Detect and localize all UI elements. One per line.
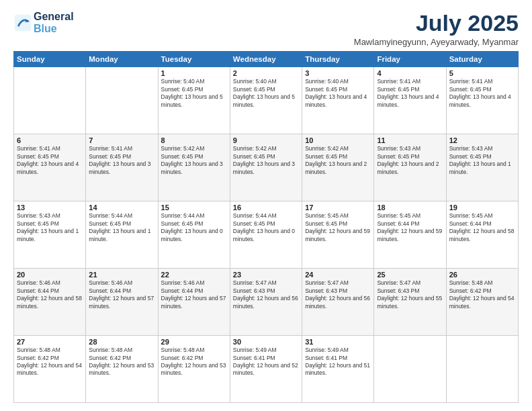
table-row (374, 336, 446, 403)
day-number: 29 (161, 338, 227, 346)
day-number: 7 (89, 136, 154, 144)
table-row: 1Sunrise: 5:40 AMSunset: 6:45 PMDaylight… (158, 67, 230, 134)
table-row: 5Sunrise: 5:41 AMSunset: 6:45 PMDaylight… (446, 67, 518, 134)
day-number: 3 (305, 69, 371, 77)
day-number: 18 (377, 203, 443, 212)
day-number: 28 (89, 338, 154, 346)
day-header-wednesday: Wednesday (230, 52, 302, 67)
day-header-friday: Friday (374, 52, 446, 67)
day-info: Sunrise: 5:48 AMSunset: 6:42 PMDaylight:… (89, 347, 154, 377)
day-number: 31 (305, 338, 371, 346)
day-info: Sunrise: 5:42 AMSunset: 6:45 PMDaylight:… (233, 145, 299, 176)
day-number: 26 (449, 271, 515, 279)
day-number: 19 (449, 203, 515, 212)
table-row: 21Sunrise: 5:46 AMSunset: 6:44 PMDayligh… (86, 269, 158, 336)
day-number: 11 (377, 136, 443, 144)
day-info: Sunrise: 5:41 AMSunset: 6:45 PMDaylight:… (377, 78, 443, 109)
table-row: 15Sunrise: 5:44 AMSunset: 6:45 PMDayligh… (158, 201, 230, 269)
table-row: 26Sunrise: 5:48 AMSunset: 6:42 PMDayligh… (446, 269, 518, 336)
day-info: Sunrise: 5:48 AMSunset: 6:42 PMDaylight:… (17, 347, 83, 377)
day-number: 23 (233, 271, 299, 279)
day-number: 14 (89, 203, 154, 212)
day-number: 15 (161, 203, 227, 212)
day-info: Sunrise: 5:47 AMSunset: 6:43 PMDaylight:… (305, 279, 371, 310)
day-info: Sunrise: 5:49 AMSunset: 6:41 PMDaylight:… (305, 347, 371, 377)
table-row: 16Sunrise: 5:44 AMSunset: 6:45 PMDayligh… (230, 201, 302, 269)
day-number: 6 (17, 136, 83, 144)
day-info: Sunrise: 5:48 AMSunset: 6:42 PMDaylight:… (161, 347, 227, 377)
table-row: 28Sunrise: 5:48 AMSunset: 6:42 PMDayligh… (86, 336, 158, 403)
day-number: 12 (449, 136, 515, 144)
day-header-monday: Monday (86, 52, 158, 67)
day-header-thursday: Thursday (302, 52, 374, 67)
day-number: 9 (233, 136, 299, 144)
day-number: 10 (305, 136, 371, 144)
table-row: 9Sunrise: 5:42 AMSunset: 6:45 PMDaylight… (230, 134, 302, 201)
day-number: 2 (233, 69, 299, 77)
table-row: 13Sunrise: 5:43 AMSunset: 6:45 PMDayligh… (14, 201, 86, 269)
table-row: 25Sunrise: 5:47 AMSunset: 6:43 PMDayligh… (374, 269, 446, 336)
calendar: SundayMondayTuesdayWednesdayThursdayFrid… (13, 51, 519, 403)
table-row: 17Sunrise: 5:45 AMSunset: 6:45 PMDayligh… (302, 201, 374, 269)
table-row (86, 67, 158, 134)
table-row: 14Sunrise: 5:44 AMSunset: 6:45 PMDayligh… (86, 201, 158, 269)
day-header-saturday: Saturday (446, 52, 518, 67)
day-info: Sunrise: 5:45 AMSunset: 6:44 PMDaylight:… (377, 212, 443, 243)
logo: General Blue (13, 11, 74, 36)
table-row: 4Sunrise: 5:41 AMSunset: 6:45 PMDaylight… (374, 67, 446, 134)
table-row: 31Sunrise: 5:49 AMSunset: 6:41 PMDayligh… (302, 336, 374, 403)
day-number: 27 (17, 338, 83, 346)
day-number: 4 (377, 69, 443, 77)
day-info: Sunrise: 5:40 AMSunset: 6:45 PMDaylight:… (233, 78, 299, 109)
day-info: Sunrise: 5:45 AMSunset: 6:45 PMDaylight:… (305, 212, 371, 243)
day-info: Sunrise: 5:48 AMSunset: 6:42 PMDaylight:… (449, 279, 515, 310)
table-row: 7Sunrise: 5:41 AMSunset: 6:45 PMDaylight… (86, 134, 158, 201)
day-info: Sunrise: 5:45 AMSunset: 6:44 PMDaylight:… (449, 212, 515, 243)
title-block: July 2025 Mawlamyinegyunn, Ayeyarwady, M… (354, 11, 519, 47)
table-row: 27Sunrise: 5:48 AMSunset: 6:42 PMDayligh… (14, 336, 86, 403)
table-row: 20Sunrise: 5:46 AMSunset: 6:44 PMDayligh… (14, 269, 86, 336)
table-row: 11Sunrise: 5:43 AMSunset: 6:45 PMDayligh… (374, 134, 446, 201)
day-number: 1 (161, 69, 227, 77)
day-number: 25 (377, 271, 443, 279)
table-row (446, 336, 518, 403)
day-info: Sunrise: 5:43 AMSunset: 6:45 PMDaylight:… (377, 145, 443, 176)
day-number: 17 (305, 203, 371, 212)
day-info: Sunrise: 5:41 AMSunset: 6:45 PMDaylight:… (17, 145, 83, 176)
table-row: 8Sunrise: 5:42 AMSunset: 6:45 PMDaylight… (158, 134, 230, 201)
table-row: 19Sunrise: 5:45 AMSunset: 6:44 PMDayligh… (446, 201, 518, 269)
day-header-tuesday: Tuesday (158, 52, 230, 67)
day-info: Sunrise: 5:44 AMSunset: 6:45 PMDaylight:… (89, 212, 154, 243)
day-info: Sunrise: 5:46 AMSunset: 6:44 PMDaylight:… (89, 279, 154, 310)
day-info: Sunrise: 5:43 AMSunset: 6:45 PMDaylight:… (449, 145, 515, 176)
day-info: Sunrise: 5:44 AMSunset: 6:45 PMDaylight:… (233, 212, 299, 243)
day-info: Sunrise: 5:41 AMSunset: 6:45 PMDaylight:… (449, 78, 515, 109)
day-header-sunday: Sunday (14, 52, 86, 67)
day-info: Sunrise: 5:47 AMSunset: 6:43 PMDaylight:… (377, 279, 443, 310)
day-info: Sunrise: 5:42 AMSunset: 6:45 PMDaylight:… (305, 145, 371, 176)
day-number: 30 (233, 338, 299, 346)
day-number: 20 (17, 271, 83, 279)
month-title: July 2025 (354, 11, 519, 36)
day-info: Sunrise: 5:43 AMSunset: 6:45 PMDaylight:… (17, 212, 83, 243)
table-row: 23Sunrise: 5:47 AMSunset: 6:43 PMDayligh… (230, 269, 302, 336)
day-info: Sunrise: 5:46 AMSunset: 6:44 PMDaylight:… (161, 279, 227, 310)
table-row: 18Sunrise: 5:45 AMSunset: 6:44 PMDayligh… (374, 201, 446, 269)
day-number: 13 (17, 203, 83, 212)
logo-icon (13, 13, 32, 32)
table-row: 24Sunrise: 5:47 AMSunset: 6:43 PMDayligh… (302, 269, 374, 336)
table-row: 29Sunrise: 5:48 AMSunset: 6:42 PMDayligh… (158, 336, 230, 403)
day-number: 22 (161, 271, 227, 279)
table-row: 22Sunrise: 5:46 AMSunset: 6:44 PMDayligh… (158, 269, 230, 336)
day-number: 21 (89, 271, 154, 279)
day-number: 8 (161, 136, 227, 144)
day-info: Sunrise: 5:42 AMSunset: 6:45 PMDaylight:… (161, 145, 227, 176)
day-info: Sunrise: 5:40 AMSunset: 6:45 PMDaylight:… (305, 78, 371, 109)
table-row: 12Sunrise: 5:43 AMSunset: 6:45 PMDayligh… (446, 134, 518, 201)
day-info: Sunrise: 5:41 AMSunset: 6:45 PMDaylight:… (89, 145, 154, 176)
day-number: 24 (305, 271, 371, 279)
day-info: Sunrise: 5:47 AMSunset: 6:43 PMDaylight:… (233, 279, 299, 310)
svg-rect-0 (15, 15, 32, 32)
table-row: 2Sunrise: 5:40 AMSunset: 6:45 PMDaylight… (230, 67, 302, 134)
day-info: Sunrise: 5:40 AMSunset: 6:45 PMDaylight:… (161, 78, 227, 109)
